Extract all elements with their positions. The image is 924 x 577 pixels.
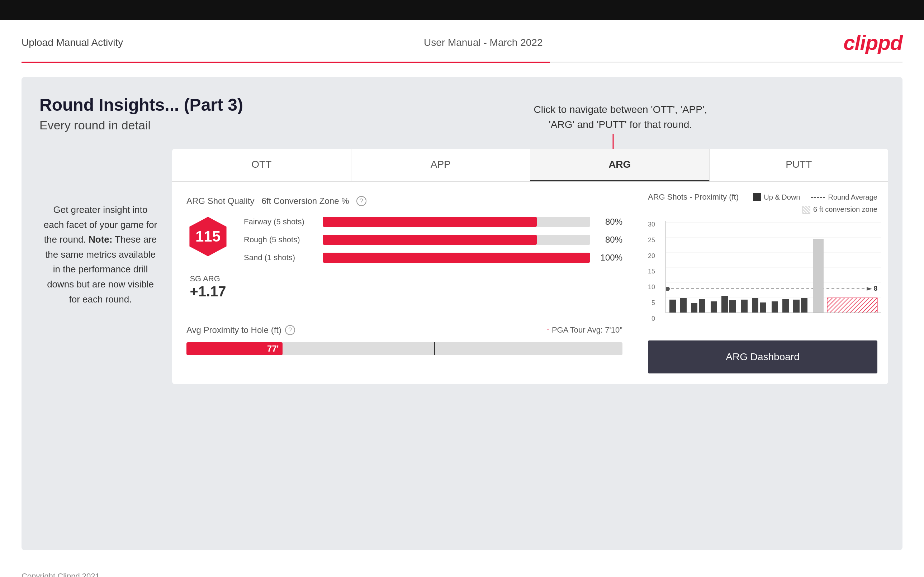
bar-fill-fairway: [323, 217, 537, 227]
chart-title: ARG Shots - Proximity (ft): [648, 192, 738, 202]
bar-label-fairway: Fairway (5 shots): [244, 217, 315, 227]
proximity-section: Avg Proximity to Hole (ft) ? ↑ PGA Tour …: [186, 314, 622, 355]
proximity-bar-fill: 77': [186, 342, 283, 355]
cursor-line: [434, 342, 435, 355]
proximity-value: 77': [267, 344, 279, 354]
proximity-header: Avg Proximity to Hole (ft) ? ↑ PGA Tour …: [186, 325, 622, 335]
y-label-15: 15: [648, 268, 655, 275]
left-panel: ARG Shot Quality 6ft Conversion Zone % ?…: [172, 182, 637, 384]
svg-rect-26: [793, 300, 800, 313]
chart-container: 30 25 20 15 10 5 0: [648, 221, 877, 333]
svg-rect-18: [711, 301, 717, 313]
chart-legend: Up & Down Round Average: [753, 193, 877, 201]
shot-quality-label: ARG Shot Quality: [186, 196, 254, 206]
bar-row-rough: Rough (5 shots) 80%: [244, 235, 622, 245]
svg-rect-19: [721, 296, 728, 313]
bar-fill-sand: [323, 253, 590, 263]
bar-pct-sand: 100%: [598, 253, 622, 263]
card-body: ARG Shot Quality 6ft Conversion Zone % ?…: [172, 182, 888, 384]
top-bar: [0, 0, 924, 20]
round-insights-card: OTT APP ARG PUTT ARG Shot Quality 6ft Co…: [172, 149, 888, 384]
sg-label: SG ARG: [190, 274, 226, 284]
legend-up-down: Up & Down: [753, 193, 800, 201]
conversion-bars: Fairway (5 shots) 80% Rough (5 shots): [244, 217, 622, 271]
help-icon[interactable]: ?: [356, 196, 367, 206]
center-label: User Manual - March 2022: [424, 37, 543, 48]
y-label-30: 30: [648, 221, 655, 228]
pga-tour-avg: ↑ PGA Tour Avg: 7'10": [546, 326, 622, 335]
tab-arg[interactable]: ARG: [530, 149, 709, 181]
proximity-help-icon[interactable]: ?: [285, 325, 295, 335]
tab-ott[interactable]: OTT: [172, 149, 351, 181]
y-label-25: 25: [648, 237, 655, 244]
svg-rect-25: [782, 299, 789, 313]
tab-app[interactable]: APP: [351, 149, 531, 181]
svg-rect-20: [729, 300, 736, 313]
svg-marker-12: [867, 287, 872, 291]
sg-section: SG ARG +1.17: [190, 274, 226, 300]
legend-dashed-line: [811, 197, 825, 198]
y-label-20: 20: [648, 252, 655, 260]
main-content: Round Insights... (Part 3) Every round i…: [21, 77, 903, 550]
hex-score: 115: [186, 217, 229, 256]
proximity-bar-track: 77': [186, 342, 622, 355]
bar-label-rough: Rough (5 shots): [244, 235, 315, 244]
legend-box-updown: [753, 193, 761, 201]
tab-bar: OTT APP ARG PUTT: [172, 149, 888, 182]
svg-rect-24: [772, 301, 778, 313]
y-axis: 30 25 20 15 10 5 0: [648, 221, 657, 322]
svg-text:8: 8: [874, 285, 877, 292]
right-header-area: ARG Shots - Proximity (ft) Up & Down Rou…: [648, 192, 877, 214]
svg-rect-28: [813, 239, 824, 313]
hex-bars-section: 115 SG ARG +1.17 Fairway (5 shots): [186, 217, 622, 300]
legend-6ft: 6 ft conversion zone: [803, 205, 877, 214]
svg-rect-21: [741, 300, 748, 313]
svg-rect-14: [669, 300, 676, 313]
legend-round-avg: Round Average: [811, 193, 877, 201]
bar-pct-rough: 80%: [598, 235, 622, 245]
bar-pct-fairway: 80%: [598, 217, 622, 227]
svg-rect-30: [827, 298, 877, 313]
right-panel: ARG Shots - Proximity (ft) Up & Down Rou…: [637, 182, 888, 384]
annotation-text: Click to navigate between 'OTT', 'APP','…: [534, 102, 708, 132]
copyright: Copyright Clippd 2021: [21, 572, 100, 577]
bar-row-sand: Sand (1 shots) 100%: [244, 253, 622, 263]
y-label-10: 10: [648, 284, 655, 291]
header-divider: [21, 62, 903, 63]
legend-hatched-box: [803, 206, 810, 214]
bar-track-rough: [323, 235, 590, 245]
conversion-label: 6ft Conversion Zone %: [262, 196, 349, 206]
header: Upload Manual Activity User Manual - Mar…: [0, 20, 924, 62]
tab-putt[interactable]: PUTT: [709, 149, 888, 181]
proximity-label: Avg Proximity to Hole (ft) ?: [186, 325, 295, 335]
footer: Copyright Clippd 2021: [0, 564, 924, 577]
svg-rect-23: [760, 303, 766, 313]
svg-rect-27: [801, 298, 808, 313]
bar-row-fairway: Fairway (5 shots) 80%: [244, 217, 622, 227]
y-label-5: 5: [651, 299, 655, 307]
sg-value: +1.17: [190, 284, 226, 300]
y-label-0: 0: [651, 315, 655, 322]
bar-track-sand: [323, 253, 590, 263]
svg-rect-15: [680, 298, 687, 313]
svg-rect-17: [699, 299, 705, 313]
svg-rect-16: [691, 303, 698, 313]
bar-label-sand: Sand (1 shots): [244, 253, 315, 262]
upload-label[interactable]: Upload Manual Activity: [21, 37, 123, 48]
svg-rect-22: [752, 298, 758, 313]
logo: clippd: [843, 31, 903, 55]
bar-fill-rough: [323, 235, 537, 245]
bar-track-fairway: [323, 217, 590, 227]
arg-dashboard-button[interactable]: ARG Dashboard: [648, 340, 877, 374]
page-title: Round Insights... (Part 3): [39, 95, 885, 115]
page-subtitle: Every round in detail: [39, 118, 885, 132]
sidebar-insight-text: Get greater insight into each facet of y…: [43, 203, 158, 307]
chart-svg: 8: [666, 221, 888, 332]
panel-header: ARG Shot Quality 6ft Conversion Zone % ?: [186, 196, 622, 206]
